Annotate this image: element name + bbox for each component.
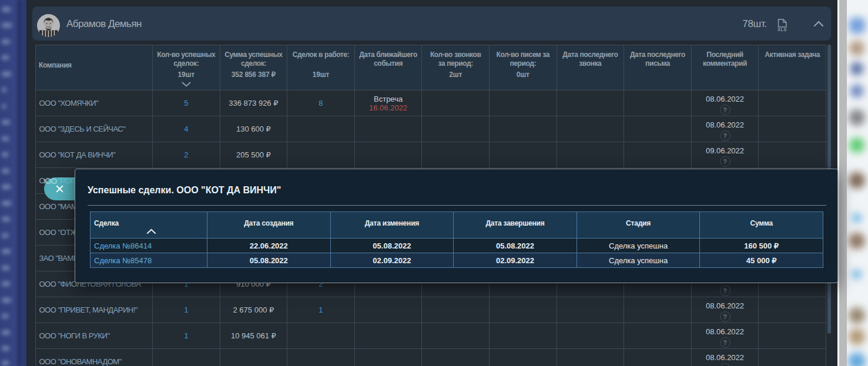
svg-text:XLS: XLS <box>777 27 787 32</box>
